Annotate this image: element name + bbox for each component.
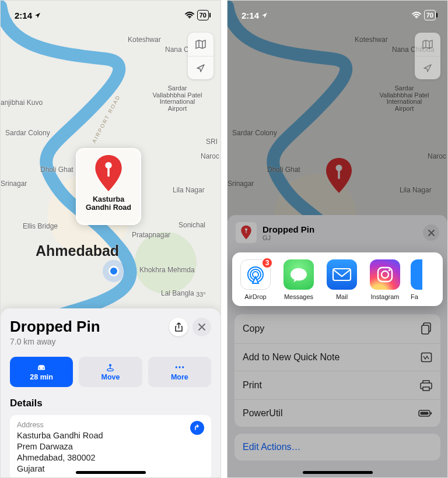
pin-thumbnail-label: KasturbaGandhi Road	[86, 196, 131, 212]
locate-me-button[interactable]	[415, 56, 440, 79]
map-icon	[195, 39, 206, 50]
close-icon	[428, 230, 435, 236]
town-naroc: Naroc	[201, 152, 219, 160]
user-location-dot	[108, 266, 119, 276]
action-label: Print	[243, 380, 262, 391]
status-time: 2:14	[242, 10, 268, 20]
edit-actions-button[interactable]: Edit Actions…	[235, 434, 440, 461]
address-card[interactable]: Address Kasturba Gandhi Road Prem Darwaz…	[10, 415, 211, 478]
car-icon	[36, 363, 47, 372]
share-icon	[174, 322, 183, 332]
share-app-partial[interactable]: Fa	[411, 259, 422, 300]
share-button[interactable]	[169, 318, 188, 336]
move-pin-button[interactable]: Move	[79, 357, 142, 387]
share-app-messages[interactable]: Messages	[281, 259, 316, 300]
phone-right: Sardar Vallabhbhai Patel International A…	[227, 0, 448, 478]
share-app-airdrop[interactable]: 3 AirDrop	[238, 259, 273, 300]
airdrop-badge: 3	[261, 257, 273, 269]
action-label: Add to New Quick Note	[243, 352, 340, 363]
place-header: Dropped Pin 7.0 km away	[10, 318, 211, 346]
action-print[interactable]: Print	[235, 371, 440, 399]
svg-rect-26	[421, 412, 429, 415]
wifi-icon	[412, 12, 421, 19]
directions-inline-button[interactable]	[190, 421, 204, 435]
svg-rect-23	[422, 325, 429, 334]
town-sardar-colony: Sardar Colony	[232, 129, 277, 137]
map-controls	[415, 33, 440, 79]
location-services-icon	[34, 12, 41, 19]
town-srinagar: Srinagar	[1, 180, 27, 188]
town-sardar-colony: Sardar Colony	[5, 129, 50, 137]
place-distance: 7.0 km away	[10, 337, 100, 346]
app-label: Mail	[336, 293, 348, 300]
share-close-button[interactable]	[423, 224, 439, 241]
map-icon	[422, 39, 433, 50]
share-app-mail[interactable]: Mail	[324, 259, 359, 300]
locate-me-button[interactable]	[188, 56, 214, 79]
svg-rect-18	[333, 269, 351, 280]
app-label: Fa	[411, 293, 422, 300]
share-action-list: Copy Add to New Quick Note Print PowerUt…	[235, 314, 440, 427]
share-app-row[interactable]: 3 AirDrop Messages Mail	[232, 252, 443, 306]
status-time: 2:14	[15, 10, 41, 20]
location-services-icon	[261, 12, 268, 19]
home-indicator[interactable]	[76, 471, 146, 474]
svg-rect-11	[338, 170, 340, 179]
screenshot-pair: Ahmedabad Sardar Vallabhbhai Patel Inter…	[0, 0, 448, 478]
svg-point-8	[178, 366, 180, 368]
map-mode-button[interactable]	[188, 33, 214, 56]
more-button[interactable]: More	[148, 357, 211, 387]
pin-thumbnail-card[interactable]: KasturbaGandhi Road	[77, 149, 140, 224]
details-heading: Details	[10, 398, 211, 409]
close-button[interactable]	[192, 318, 211, 336]
status-bar: 2:14 70	[1, 1, 220, 25]
place-card[interactable]: Dropped Pin 7.0 km away 28 min	[1, 308, 220, 477]
city-label: Ahmedabad	[36, 242, 119, 259]
action-label: Copy	[243, 324, 264, 334]
action-label: PowerUtil	[243, 408, 282, 419]
svg-rect-27	[430, 412, 432, 414]
svg-point-12	[416, 17, 417, 18]
town-lila: Lila Nagar	[173, 186, 205, 194]
address-text: Kasturba Gandhi Road Prem Darwaza Ahmeda…	[17, 430, 103, 474]
action-copy[interactable]: Copy	[235, 314, 440, 343]
map-mode-button[interactable]	[415, 33, 440, 56]
town-pratap: Pratapnagar	[132, 231, 170, 239]
share-header: Dropped Pin GJ	[228, 215, 447, 250]
share-subtitle: GJ	[262, 234, 314, 241]
app-label: Instagram	[371, 293, 400, 300]
home-indicator[interactable]	[303, 471, 373, 474]
town-dholi: Dholi Ghat	[40, 166, 74, 174]
directions-button[interactable]: 28 min	[10, 357, 73, 387]
town-naroc: Naroc	[428, 152, 446, 160]
app-label: Messages	[284, 293, 313, 300]
pin-icon	[93, 154, 124, 196]
battery-indicator: 70	[424, 10, 436, 20]
town-lalbangla: Lal Bangla	[161, 289, 194, 297]
action-powerutil[interactable]: PowerUtil	[235, 399, 440, 427]
town-koteshwar: Koteshwar	[355, 36, 388, 44]
town-khokhra: Khokhra Mehmda	[139, 266, 195, 274]
svg-point-9	[182, 366, 184, 368]
town-sonichal: Sonichal	[178, 221, 205, 229]
status-right: 70	[412, 10, 436, 20]
svg-point-4	[43, 367, 44, 368]
town-dholi: Dholi Ghat	[267, 166, 300, 174]
wifi-icon	[185, 12, 194, 19]
town-anjibhai: anjibhai Kuvo	[1, 99, 43, 107]
svg-point-5	[109, 364, 111, 366]
pin-icon	[324, 157, 354, 195]
share-sheet[interactable]: Dropped Pin GJ 3 AirDrop	[228, 215, 447, 477]
place-title: Dropped Pin	[10, 318, 100, 336]
directions-eta: 28 min	[30, 373, 53, 381]
svg-point-7	[175, 366, 177, 368]
town-ellis: Ellis Bridge	[23, 222, 58, 230]
status-bar: 2:14 70	[228, 1, 447, 25]
action-quick-note[interactable]: Add to New Quick Note	[235, 343, 440, 371]
share-thumbnail	[236, 222, 257, 243]
share-app-instagram[interactable]: Instagram	[368, 259, 402, 300]
town-koteshwar: Koteshwar	[128, 36, 161, 44]
copy-icon	[421, 322, 432, 335]
place-action-row: 28 min Move More	[10, 357, 211, 387]
move-label: Move	[102, 373, 120, 381]
